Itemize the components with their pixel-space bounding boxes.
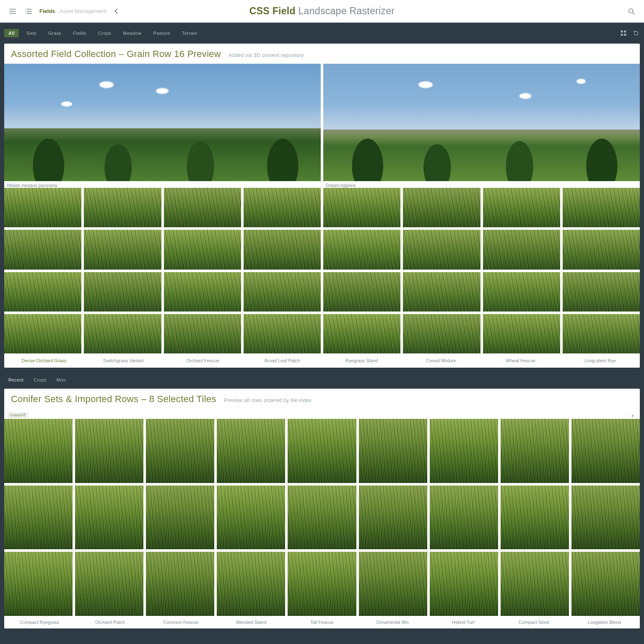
- grass-tile[interactable]: [146, 419, 214, 483]
- search-icon[interactable]: [626, 6, 636, 16]
- brand-secondary: Asset Management: [60, 8, 106, 14]
- grass-tile[interactable]: [217, 419, 285, 483]
- grass-tile[interactable]: [244, 230, 321, 269]
- grass-tile[interactable]: [501, 552, 569, 616]
- grass-tile[interactable]: [323, 314, 400, 353]
- grass-tile[interactable]: [146, 486, 214, 550]
- tab-recent[interactable]: Recent: [5, 376, 27, 384]
- grass-tile[interactable]: [563, 188, 640, 227]
- grass-tile[interactable]: [75, 419, 143, 483]
- grass-tile[interactable]: [430, 419, 498, 483]
- section1-tabbar: All Sets Grass Fields Crops Meadow Pastu…: [4, 27, 640, 39]
- back-button[interactable]: [112, 6, 122, 16]
- grass-tile[interactable]: [4, 419, 73, 483]
- tab-crops-2[interactable]: Crops: [30, 376, 50, 384]
- tab-meadow[interactable]: Meadow: [119, 29, 145, 37]
- grass-tile[interactable]: [323, 272, 400, 312]
- grass-tile[interactable]: [217, 552, 285, 616]
- grass-tile[interactable]: [323, 230, 400, 269]
- grass-label: Longstem Blend: [569, 620, 640, 625]
- grass-tile[interactable]: [164, 230, 241, 269]
- panorama-tile[interactable]: [4, 64, 321, 181]
- grass-tile[interactable]: [571, 486, 640, 550]
- grass-tile[interactable]: [244, 314, 321, 353]
- grass-tile[interactable]: [84, 230, 161, 269]
- grass-tile[interactable]: [571, 419, 640, 483]
- menu-icon[interactable]: [8, 6, 18, 16]
- grass-tile[interactable]: [483, 272, 560, 312]
- section1-title: Assorted Field Collection – Grain Row 16…: [11, 49, 221, 60]
- filter-badge[interactable]: Grass/All: [8, 412, 28, 418]
- grass-tile[interactable]: [288, 419, 356, 483]
- tab-terrain[interactable]: Terrain: [178, 29, 201, 37]
- grass-tile[interactable]: [4, 552, 73, 616]
- svg-rect-2: [10, 13, 16, 14]
- grass-tile[interactable]: [164, 314, 241, 353]
- grass-tile[interactable]: [146, 552, 214, 616]
- grass-tile[interactable]: [84, 314, 161, 353]
- section2-grass-labels: Compact Ryegrass Orchard Patch Common Fe…: [4, 616, 640, 628]
- tab-misc[interactable]: Misc: [53, 376, 70, 384]
- grass-tile[interactable]: [403, 188, 480, 227]
- grid-view-icon[interactable]: [620, 29, 627, 37]
- grass-tile[interactable]: [164, 272, 241, 312]
- grass-tile[interactable]: [359, 486, 427, 550]
- grass-tile[interactable]: [217, 486, 285, 550]
- grass-tile[interactable]: [4, 486, 73, 550]
- tab-all[interactable]: All: [4, 29, 19, 37]
- svg-rect-11: [621, 31, 623, 33]
- grass-tile[interactable]: [403, 230, 480, 269]
- svg-rect-6: [27, 11, 32, 12]
- grass-tile[interactable]: [501, 419, 569, 483]
- tab-pasture[interactable]: Pasture: [149, 29, 174, 37]
- grass-label: Cereal Mixture: [402, 358, 481, 363]
- grass-tile[interactable]: [75, 486, 143, 550]
- grass-tile[interactable]: [563, 272, 640, 312]
- grass-tile[interactable]: [288, 486, 356, 550]
- grass-tile[interactable]: [403, 272, 480, 312]
- page-title-rest: Landscape Rasterizer: [299, 5, 395, 16]
- grass-tile[interactable]: [563, 314, 640, 353]
- grass-tile[interactable]: [430, 552, 498, 616]
- grass-tile[interactable]: [323, 188, 400, 227]
- section1-title-row: Assorted Field Collection – Grain Row 16…: [4, 44, 640, 64]
- grass-tile[interactable]: [563, 230, 640, 269]
- grass-tile[interactable]: [501, 486, 569, 550]
- grass-tile[interactable]: [359, 419, 427, 483]
- tab-crops[interactable]: Crops: [94, 29, 115, 37]
- tab-sets[interactable]: Sets: [22, 29, 41, 37]
- grass-tile[interactable]: [483, 314, 560, 353]
- grass-tile[interactable]: [75, 552, 143, 616]
- grass-tile[interactable]: [483, 188, 560, 227]
- grass-tile[interactable]: [4, 272, 81, 312]
- refresh-icon[interactable]: [632, 29, 640, 37]
- grass-tile[interactable]: [571, 552, 640, 616]
- list-icon[interactable]: [23, 6, 34, 16]
- tab-fields[interactable]: Fields: [69, 29, 91, 37]
- chevron-left-icon: [114, 8, 120, 14]
- grass-tile[interactable]: [288, 552, 356, 616]
- tab-grass[interactable]: Grass: [44, 29, 65, 37]
- section1-card: Assorted Field Collection – Grain Row 16…: [4, 44, 640, 368]
- grass-tile[interactable]: [403, 314, 480, 353]
- grass-tile[interactable]: [430, 486, 498, 550]
- grass-label: Tall Fescue: [287, 620, 357, 625]
- grass-label: Orchard Patch: [75, 620, 145, 625]
- grass-tile[interactable]: [84, 272, 161, 312]
- grass-tile[interactable]: [84, 188, 161, 227]
- grass-tile[interactable]: [4, 314, 81, 353]
- grass-tile[interactable]: [244, 188, 321, 227]
- grass-tile[interactable]: [4, 230, 81, 269]
- panorama-label: Distant ridgeline: [323, 181, 640, 188]
- svg-rect-3: [26, 9, 26, 10]
- grass-tile[interactable]: [244, 272, 321, 312]
- panorama-tile[interactable]: [323, 64, 640, 181]
- grass-tile[interactable]: [359, 552, 427, 616]
- grass-label: Broad Leaf Patch: [243, 358, 322, 363]
- grass-label: Ornamental Mix: [357, 620, 428, 625]
- grass-tile[interactable]: [483, 230, 560, 269]
- section2-title: Conifer Sets & Imported Rows – 8 Selecte…: [11, 394, 216, 405]
- grass-tile[interactable]: [164, 188, 241, 227]
- svg-rect-8: [27, 13, 32, 14]
- grass-tile[interactable]: [4, 188, 81, 227]
